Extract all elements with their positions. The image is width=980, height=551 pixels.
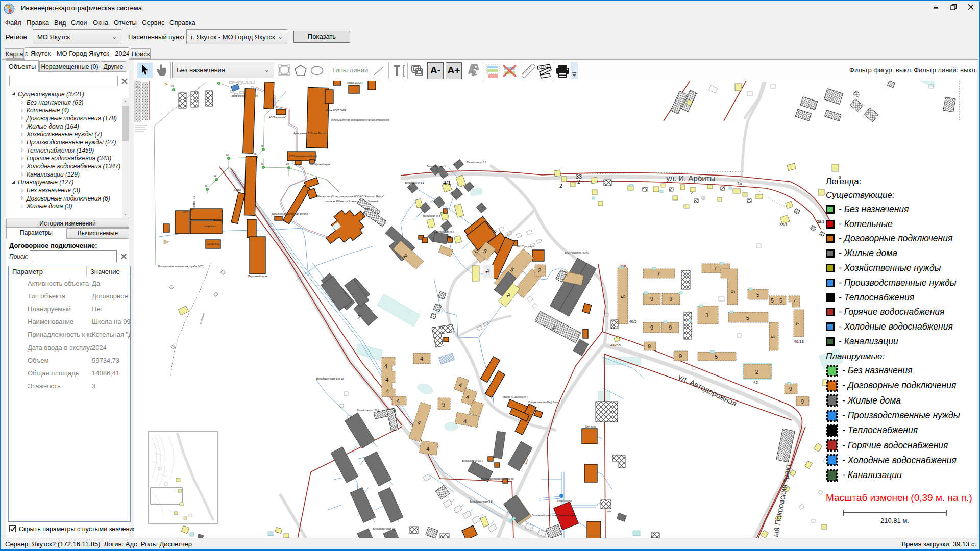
svg-text:гараж-бокс: гараж-бокс xyxy=(204,225,216,228)
svg-text:5: 5 xyxy=(620,295,626,298)
svg-text:Спецавтоматика Мкр) Заимст: Спецавтоматика Мкр) Заимст xyxy=(528,401,561,404)
svg-text:5: 5 xyxy=(779,297,782,304)
svg-text:4: 4 xyxy=(397,398,400,404)
svg-text:Вилюйская ул СК 1: Вилюйская ул СК 1 xyxy=(462,459,483,462)
svg-text:ул. И. Арбиты: ул. И. Арбиты xyxy=(666,173,715,183)
svg-text:2: 2 xyxy=(357,314,360,320)
svg-text:210.81 м.: 210.81 м. xyxy=(880,517,909,524)
svg-text:4: 4 xyxy=(420,356,423,362)
svg-text:Материальная техническая служб: Материальная техническая служба (МТС) xyxy=(158,265,204,268)
svg-text:КК: КК xyxy=(214,175,217,178)
svg-text:Вилюйская тракт 5 км 10: Вилюйская тракт 5 км 10 xyxy=(316,377,344,380)
svg-text:Арен здание В "Почта России": Арен здание В "Почта России" xyxy=(293,132,327,135)
svg-text:9: 9 xyxy=(679,353,682,359)
svg-text:2: 2 xyxy=(577,179,580,185)
svg-text:Склад МТС: Склад МТС xyxy=(207,243,220,245)
svg-text:Вилюйская ул 5.1: Вилюйская ул 5.1 xyxy=(405,181,424,184)
svg-text:Кокл дело: Кокл дело xyxy=(585,425,596,428)
svg-text:КК: КК xyxy=(261,145,264,147)
svg-text:Автобусный гараж: Автобусный гараж xyxy=(310,163,331,166)
svg-text:7: 7 xyxy=(714,266,717,272)
svg-text:Вилюйская ул 100 1: Вилюйская ул 100 1 xyxy=(357,409,379,412)
svg-text:КК: КК xyxy=(226,154,229,156)
svg-text:2: 2 xyxy=(755,369,758,375)
svg-text:Перронный гараж: Перронный гараж xyxy=(248,274,268,278)
svg-text:КК: КК xyxy=(286,163,289,166)
svg-text:4/1: 4/1 xyxy=(443,180,451,186)
svg-text:Вилюйская тракт 9 В: Вилюйская тракт 9 В xyxy=(470,500,493,503)
svg-text:4: 4 xyxy=(386,388,389,394)
svg-text:ул. Коврол: ул. Коврол xyxy=(193,196,195,208)
svg-text:КК: КК xyxy=(261,163,264,165)
svg-text:38/1: 38/1 xyxy=(817,219,825,224)
svg-text:Мастерская (Склад - мастерские: Мастерская (Склад - мастерские АСС) АО "… xyxy=(317,195,384,198)
svg-text:школа на 990 мест в 3-х кварта: школа на 990 мест в 3-х квартале мкр. Зв… xyxy=(325,199,379,203)
svg-text:4: 4 xyxy=(426,446,429,452)
svg-text:5: 5 xyxy=(715,354,718,360)
svg-text:Больмер Кронштадтская служба: Больмер Кронштадтская служба xyxy=(272,213,308,215)
svg-text:Вилюйская тракт 10: Вилюйская тракт 10 xyxy=(373,527,395,530)
svg-text:Вилюйская гаражи Альянс 8а: Вилюйская гаражи Альянс 8а xyxy=(481,477,513,480)
svg-text:Гараж ФГУП ПАЕЕ: Гараж ФГУП ПАЕЕ xyxy=(326,109,346,112)
svg-text:9: 9 xyxy=(442,402,445,408)
svg-text:КК: КК xyxy=(205,185,208,187)
svg-text:5: 5 xyxy=(771,297,774,304)
svg-text:КК: КК xyxy=(171,85,174,87)
svg-text:9: 9 xyxy=(789,386,792,392)
svg-text:Вилюйский пер 3: Вилюйский пер 3 xyxy=(427,165,446,168)
svg-text:9: 9 xyxy=(650,324,653,331)
svg-text:ФАС России по РС (Я): ФАС России по РС (Я) xyxy=(565,252,589,254)
svg-text:Гараж: Гараж xyxy=(234,189,241,191)
svg-text:5: 5 xyxy=(746,315,749,321)
svg-text:40/5: 40/5 xyxy=(629,319,637,324)
svg-text:40/5а: 40/5а xyxy=(610,343,621,347)
svg-text:42: 42 xyxy=(753,380,758,385)
svg-text:7: 7 xyxy=(793,298,796,304)
svg-text:9: 9 xyxy=(801,398,804,405)
svg-text:2: 2 xyxy=(538,267,541,273)
svg-text:4: 4 xyxy=(385,377,388,383)
svg-text:7а: 7а xyxy=(737,181,742,186)
svg-text:2: 2 xyxy=(691,191,693,195)
svg-text:ул: ул xyxy=(136,86,139,88)
svg-text:ж/м: ж/м xyxy=(607,510,611,513)
svg-text:СПИ (электрический цех): СПИ (электрический цех) xyxy=(289,155,317,158)
svg-text:4: 4 xyxy=(384,363,387,369)
svg-text:5: 5 xyxy=(756,292,760,298)
svg-text:7: 7 xyxy=(795,322,801,325)
svg-text:9: 9 xyxy=(669,324,672,331)
svg-text:7: 7 xyxy=(657,271,660,277)
svg-text:Гараж ЭСТОП: Гараж ЭСТОП xyxy=(347,82,362,84)
svg-text:3: 3 xyxy=(705,312,708,318)
svg-text:Мебельный пункт диагностики пе: Мебельный пункт диагностики печатных отп… xyxy=(331,118,389,121)
svg-text:Вилюйская ул 5.1: Вилюйская ул 5.1 xyxy=(467,161,486,164)
svg-text:АО "Вертикаль": АО "Вертикаль" xyxy=(269,116,286,119)
svg-text:9: 9 xyxy=(669,296,672,302)
svg-text:40/13: 40/13 xyxy=(794,339,804,344)
svg-text:9: 9 xyxy=(650,296,653,302)
svg-text:Котел-школы: Котел-школы xyxy=(557,500,572,503)
svg-text:Вилюйская ул 8: Вилюйская ул 8 xyxy=(423,214,440,217)
svg-text:КК: КК xyxy=(254,153,257,155)
svg-text:5: 5 xyxy=(770,335,776,338)
svg-text:Покровский тракт копы Гаражный: Покровский тракт копы Гаражный Альянс xyxy=(532,514,577,517)
svg-text:гаражи 4Х Залина ул 4: гаражи 4Х Залина ул 4 xyxy=(503,396,528,398)
svg-text:9: 9 xyxy=(648,343,651,349)
svg-text:2: 2 xyxy=(559,183,562,189)
svg-text:38/1: 38/1 xyxy=(779,222,788,227)
